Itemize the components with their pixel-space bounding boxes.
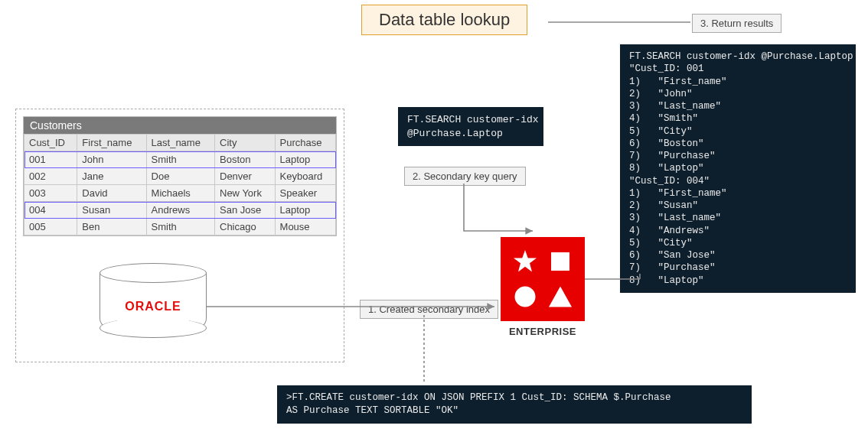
svg-rect-1 — [551, 252, 569, 271]
table-cell: Speaker — [275, 185, 335, 202]
column-header: Purchase — [275, 135, 335, 151]
table-cell: Denver — [215, 168, 276, 185]
connector-redis-to-results — [585, 275, 646, 283]
table-cell: Andrews — [146, 202, 214, 219]
database-icon: ORACLE — [100, 263, 207, 338]
table-cell: Susan — [77, 202, 146, 219]
table-cell: 004 — [24, 202, 77, 219]
table-cell: Mouse — [275, 219, 335, 235]
search-query-code: FT.SEARCH customer-idx @Purchase.Laptop — [398, 107, 543, 146]
diagram-title: Data table lookup — [361, 5, 527, 35]
table-cell: 003 — [24, 185, 77, 202]
svg-point-2 — [515, 287, 536, 307]
table-cell: Laptop — [275, 202, 335, 219]
table-cell: Keyboard — [275, 168, 335, 185]
table-cell: Smith — [146, 219, 214, 235]
table-row: 001JohnSmithBostonLaptop — [24, 151, 336, 168]
column-header: Cust_ID — [24, 135, 77, 151]
table-cell: Smith — [146, 151, 214, 168]
connector-query-to-redis — [462, 184, 539, 243]
column-header: City — [215, 135, 276, 151]
search-results-code: FT.SEARCH customer-idx @Purchase.Laptop … — [620, 44, 856, 293]
table-cell: Boston — [215, 151, 276, 168]
column-header: Last_name — [146, 135, 214, 151]
table-cell: San Jose — [215, 202, 276, 219]
table-cell: Jane — [77, 168, 146, 185]
table-cell: 001 — [24, 151, 77, 168]
table-cell: Michaels — [146, 185, 214, 202]
table-cell: John — [77, 151, 146, 168]
connector-title-to-step3 — [548, 20, 690, 24]
table-cell: David — [77, 185, 146, 202]
table-cell: 002 — [24, 168, 77, 185]
svg-marker-0 — [514, 250, 537, 272]
connector-step1-to-code — [423, 315, 426, 384]
table-cell: 005 — [24, 219, 77, 235]
table-row: 003DavidMichaelsNew YorkSpeaker — [24, 185, 336, 202]
table-cell: Ben — [77, 219, 146, 235]
create-index-code: >FT.CREATE customer-idx ON JSON PREFIX 1… — [277, 385, 752, 424]
table-row: 002JaneDoeDenverKeyboard — [24, 168, 336, 185]
table-cell: New York — [215, 185, 276, 202]
step-3-label: 3. Return results — [692, 14, 782, 33]
table-row: 005BenSmithChicagoMouse — [24, 219, 336, 235]
svg-marker-3 — [549, 287, 572, 307]
table-cell: Chicago — [215, 219, 276, 235]
db-vendor-label: ORACLE — [100, 300, 207, 313]
redis-enterprise-icon — [501, 237, 585, 321]
table-cell: Doe — [146, 168, 214, 185]
customers-table: Customers Cust_IDFirst_nameLast_nameCity… — [23, 116, 337, 236]
table-name: Customers — [24, 117, 336, 134]
table-row: 004SusanAndrewsSan JoseLaptop — [24, 202, 336, 219]
enterprise-label: ENTERPRISE — [501, 326, 585, 337]
connector-db-to-redis — [207, 302, 501, 311]
column-header: First_name — [77, 135, 146, 151]
table-cell: Laptop — [275, 151, 335, 168]
